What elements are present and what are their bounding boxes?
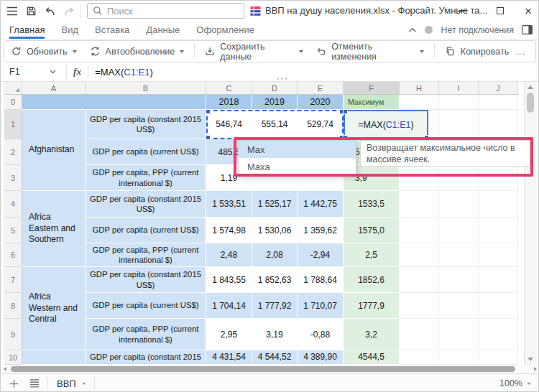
cell-C6[interactable]: 2,48 [206, 243, 252, 267]
col-header-H[interactable]: H [400, 82, 439, 95]
close-button[interactable]: × [519, 3, 538, 19]
cell-D4[interactable]: 1 525,17 [252, 191, 298, 218]
cell-B1[interactable]: GDP per capita (constant 2015 US$) [86, 110, 206, 139]
cell-I9[interactable] [439, 319, 479, 350]
cell-I0[interactable] [439, 95, 479, 110]
cell-C1[interactable]: 546,74 [206, 110, 252, 139]
cell-F8[interactable]: 1777,9 [344, 293, 400, 319]
col-header-B[interactable]: B [86, 82, 206, 95]
cell-F5[interactable]: 1575,0 [344, 218, 400, 243]
tab-vstavka[interactable]: Вставка [95, 21, 129, 39]
save-icon[interactable] [26, 6, 37, 17]
cell-D5[interactable]: 1 530,06 [252, 218, 298, 243]
scroll-down-icon[interactable] [528, 358, 533, 361]
fx-icon[interactable]: fx [73, 66, 81, 78]
horizontal-scrollbar[interactable] [3, 365, 538, 373]
cell-C10[interactable]: 4 431,54 [206, 350, 252, 365]
cell-I4[interactable] [439, 191, 479, 218]
cell-C7[interactable]: 1 843,55 [206, 267, 252, 293]
cell-I10[interactable] [439, 350, 479, 365]
row-header-0[interactable]: 0 [4, 95, 22, 110]
cell-B6[interactable]: GDP per capita, PPP (current internation… [86, 243, 206, 267]
cell-J8[interactable] [479, 293, 518, 319]
horizontal-scrollbar-thumb[interactable] [11, 366, 515, 372]
col-header-F[interactable]: F [344, 82, 400, 95]
row-header-9[interactable]: 9 [4, 319, 22, 350]
cell-E9[interactable]: -0,88 [298, 319, 344, 350]
row-header-4[interactable]: 4 [4, 191, 22, 218]
cell-J0[interactable] [479, 95, 518, 110]
cell-H10[interactable] [400, 350, 439, 365]
undo-changes-dropdown-icon[interactable] [420, 50, 424, 53]
side-panel-icon[interactable] [522, 25, 533, 34]
cell-C4[interactable]: 1 533,51 [206, 191, 252, 218]
cell-J9[interactable] [479, 319, 518, 350]
col-header-C[interactable]: C [206, 82, 252, 95]
col-header-E[interactable]: E [298, 82, 344, 95]
formula-bar-resize-handle-icon[interactable] [277, 78, 279, 80]
sheet-tab-vvp[interactable]: ВВП [56, 374, 86, 392]
cell-B5[interactable]: GDP per capita (current US$) [86, 218, 206, 243]
row-header-6[interactable]: 6 [4, 243, 22, 267]
tab-oformlenie[interactable]: Оформление [196, 21, 254, 39]
cell-E0[interactable]: 2020 [298, 95, 344, 110]
col-header-J[interactable]: J [479, 82, 518, 95]
cell-country-1[interactable]: Afghanistan [22, 110, 86, 191]
refresh-dropdown-icon[interactable] [73, 50, 77, 53]
cell-A0[interactable] [22, 95, 206, 110]
cell-D7[interactable]: 1 852,63 [252, 267, 298, 293]
cell-B9[interactable]: GDP per capita, PPP (current internation… [86, 319, 206, 350]
cell-country-4[interactable] [22, 350, 86, 365]
select-all-corner[interactable] [4, 82, 22, 95]
cell-D9[interactable]: 3,19 [252, 319, 298, 350]
cell-I6[interactable] [439, 243, 479, 267]
add-sheet-icon[interactable] [9, 379, 19, 388]
cell-D0[interactable]: 2019 [252, 95, 298, 110]
save-data-dropdown-icon[interactable] [299, 50, 303, 53]
sheet-list-icon[interactable] [29, 379, 40, 388]
cell-F7[interactable]: 1852,6 [344, 267, 400, 293]
cell-E5[interactable]: 1 359,62 [298, 218, 344, 243]
cell-B10[interactable]: GDP per capita (constant 2015 US$) [86, 350, 206, 365]
row-header-5[interactable]: 5 [4, 218, 22, 243]
cell-J5[interactable] [479, 218, 518, 243]
autocomplete-item-max[interactable]: Max [239, 141, 356, 158]
cell-I1[interactable] [439, 110, 479, 139]
cell-H4[interactable] [400, 191, 439, 218]
cell-H5[interactable] [400, 218, 439, 243]
edit-cell-handle[interactable] [343, 109, 348, 114]
tab-dannye[interactable]: Данные [146, 21, 180, 39]
toolbar-overflow-button[interactable]: ... [515, 46, 525, 57]
cell-C0[interactable]: 2018 [206, 95, 252, 110]
col-header-I[interactable]: I [439, 82, 479, 95]
cell-B8[interactable]: GDP per capita (current US$) [86, 293, 206, 319]
cell-D6[interactable]: 2,08 [252, 243, 298, 267]
row-header-3[interactable]: 3 [4, 165, 22, 191]
cell-country-3[interactable]: Africa Western and Central [22, 267, 86, 350]
cell-F10[interactable]: 4544,5 [344, 350, 400, 365]
zoom-dropdown-icon[interactable] [527, 383, 531, 385]
cell-F4[interactable]: 1533,5 [344, 191, 400, 218]
cell-H7[interactable] [400, 267, 439, 293]
cell-E10[interactable]: 4 389,90 [298, 350, 344, 365]
cell-I5[interactable] [439, 218, 479, 243]
edit-cell-handle[interactable] [343, 135, 348, 140]
cell-E7[interactable]: 1 788,64 [298, 267, 344, 293]
row-header-10[interactable]: 10 [4, 350, 22, 365]
name-box[interactable]: F1 [9, 67, 50, 77]
cell-C9[interactable]: 2,95 [206, 319, 252, 350]
cell-B3[interactable]: GDP per capita, PPP (current internation… [86, 165, 206, 191]
cell-D10[interactable]: 4 544,52 [252, 350, 298, 365]
cell-country-2[interactable]: Africa Eastern and Southern [22, 191, 86, 267]
name-box-dropdown-icon[interactable] [50, 70, 56, 74]
edit-cell-f1[interactable]: =MAX(C1:E1) [344, 110, 428, 139]
cell-D8[interactable]: 1 777,92 [252, 293, 298, 319]
auto-refresh-dropdown-icon[interactable] [180, 50, 184, 53]
cell-J1[interactable] [479, 110, 518, 139]
zoom-control[interactable]: 100% [499, 378, 531, 388]
row-header-2[interactable]: 2 [4, 139, 22, 165]
cell-B7[interactable]: GDP per capita (constant 2015 US$) [86, 267, 206, 293]
col-header-D[interactable]: D [252, 82, 298, 95]
cell-I3[interactable] [439, 165, 479, 191]
cell-J10[interactable] [479, 350, 518, 365]
